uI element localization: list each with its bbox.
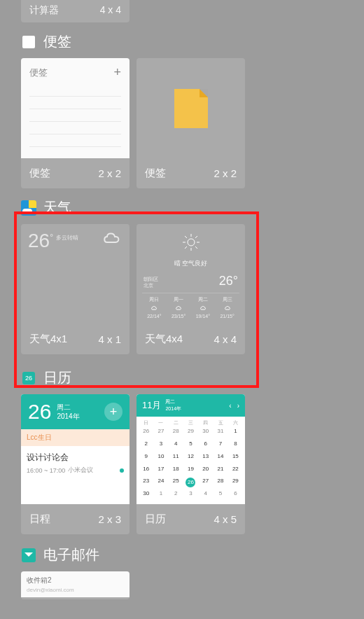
day-cell[interactable]: 21 (214, 466, 227, 477)
day-cell[interactable]: 8 (229, 440, 242, 452)
month-sub: 周二 2014年 (165, 398, 181, 412)
day-cell[interactable]: 25 (169, 478, 183, 489)
day-cell[interactable]: 30 (139, 490, 153, 501)
prev-month-day: 26 (139, 428, 153, 439)
day-cell[interactable]: 23 (139, 478, 153, 489)
weather-location1: 朝阳区 (144, 276, 158, 282)
weather-description: 晴 空气良好 (142, 259, 239, 268)
degree-symbol: ° (50, 232, 53, 319)
add-event-button[interactable]: + (104, 403, 122, 421)
day-cell[interactable]: 14 (214, 453, 227, 464)
plus-icon: + (113, 65, 121, 80)
day-cell[interactable]: 4 (169, 440, 183, 452)
widget-size: 4 x 5 (214, 513, 237, 525)
weather-app-icon (21, 200, 36, 216)
day-cell[interactable]: 26 (184, 478, 197, 489)
next-month-icon[interactable]: › (237, 402, 239, 410)
notes-preview-title: 便签 (29, 67, 48, 79)
day-cell[interactable]: 22 (229, 466, 242, 477)
forecast-day: 周三21/15° (215, 296, 239, 319)
day-cell[interactable]: 6 (199, 440, 212, 452)
weather-temp: 26 (28, 230, 50, 319)
widget-card-notes-2x2-sticky[interactable]: 便签 2 x 2 (136, 58, 245, 188)
day-cell[interactable]: 5 (184, 440, 197, 452)
month-label: 11月 (142, 399, 161, 412)
forecast-day: 周日22/14° (142, 296, 167, 319)
month-preview: 11月 周二 2014年 ‹ › 日一二三四五六2627282930311234… (136, 394, 245, 504)
event-time: 16:00 ~ 17:00 (27, 467, 65, 474)
next-month-day: 6 (229, 490, 242, 501)
schedule-preview: 26 周二 2014年 + Lcc生日 设计讨论会 16:00 ~ 17:00 … (21, 394, 130, 504)
day-cell[interactable]: 10 (154, 453, 167, 464)
weather-condition: 多云转晴 (56, 234, 78, 319)
day-cell[interactable]: 29 (229, 478, 242, 489)
section-notes: 便签 便签 + 便签 2 x 2 (0, 32, 364, 188)
sticky-note-icon (174, 89, 208, 128)
event-location: 小米会议 (68, 466, 93, 475)
weekday-header: 日 (139, 419, 153, 426)
weather-location2: 北京 (144, 282, 158, 288)
section-weather: 天气 26 ° 多云转晴 天气4x1 4 x 1 (0, 198, 364, 354)
day-cell[interactable]: 16 (139, 466, 153, 477)
day-cell[interactable]: 20 (199, 466, 212, 477)
day-cell[interactable]: 12 (184, 453, 197, 464)
widget-card-schedule[interactable]: 26 周二 2014年 + Lcc生日 设计讨论会 16:00 ~ 17:00 … (21, 394, 130, 534)
weather-4x4-preview: 晴 空气良好 朝阳区 北京 26° 周日22/14°周一23/15°周二19/1… (136, 224, 245, 324)
widget-card-weather-4x1[interactable]: 26 ° 多云转晴 天气4x1 4 x 1 (21, 224, 130, 354)
next-month-day: 1 (154, 490, 167, 501)
weather-bigtemp: 26° (219, 274, 238, 288)
day-cell[interactable]: 1 (229, 428, 242, 439)
calendar-app-icon: 26 (21, 370, 36, 386)
inbox-label: 收件箱2 (27, 576, 124, 585)
birthday-label: Lcc生日 (21, 429, 130, 446)
widget-name: 便签 (145, 167, 166, 180)
day-cell[interactable]: 11 (169, 453, 183, 464)
day-cell[interactable]: 3 (154, 440, 167, 452)
day-cell[interactable]: 13 (199, 453, 212, 464)
widget-card-month-calendar[interactable]: 11月 周二 2014年 ‹ › 日一二三四五六2627282930311234… (136, 394, 245, 534)
prev-month-day: 29 (184, 428, 197, 439)
prev-month-day: 31 (214, 428, 227, 439)
widget-card-email-partial[interactable]: 收件箱2 devin@xiaomi.com (21, 571, 130, 599)
section-title: 电子邮件 (43, 545, 99, 564)
svg-line-7 (195, 236, 197, 238)
day-cell[interactable]: 17 (154, 466, 167, 477)
day-cell[interactable]: 18 (169, 466, 183, 477)
next-month-day: 2 (169, 490, 183, 501)
email-from: devin@xiaomi.com (27, 587, 124, 593)
schedule-year: 2014年 (57, 412, 79, 421)
prev-month-icon[interactable]: ‹ (229, 402, 231, 410)
section-calendar: 26 日历 26 周二 2014年 + Lcc生日 设计讨论会 (0, 368, 364, 534)
next-month-day: 3 (184, 490, 197, 501)
section-title: 日历 (43, 368, 71, 387)
cloud-icon (102, 230, 122, 319)
widget-size: 4 x 4 (100, 4, 121, 18)
day-cell[interactable]: 28 (214, 478, 227, 489)
svg-line-5 (185, 236, 187, 238)
day-cell[interactable]: 7 (214, 440, 227, 452)
widget-size: 4 x 4 (214, 333, 237, 345)
day-cell[interactable]: 19 (184, 466, 197, 477)
svg-point-0 (188, 239, 195, 246)
schedule-day: 26 (28, 400, 51, 424)
widget-size: 2 x 3 (98, 513, 121, 525)
day-cell[interactable]: 24 (154, 478, 167, 489)
weekday-header: 六 (229, 419, 242, 426)
day-cell[interactable]: 15 (229, 453, 242, 464)
widget-size: 4 x 1 (98, 333, 121, 345)
sun-icon (142, 230, 239, 256)
widget-card-calculator-partial[interactable]: 计算器 4 x 4 (21, 0, 130, 22)
prev-month-day: 30 (199, 428, 212, 439)
weekday-header: 三 (184, 419, 197, 426)
weather-4x1-preview: 26 ° 多云转晴 (21, 224, 130, 324)
widget-card-weather-4x4[interactable]: 晴 空气良好 朝阳区 北京 26° 周日22/14°周一23/15°周二19/1… (136, 224, 245, 354)
widget-name: 天气4x4 (145, 333, 183, 346)
day-cell[interactable]: 27 (199, 478, 212, 489)
day-cell[interactable]: 9 (139, 453, 153, 464)
forecast-day: 周一23/15° (167, 296, 191, 319)
day-cell[interactable]: 2 (139, 440, 153, 452)
notes-preview: 便签 + (21, 58, 130, 158)
prev-month-day: 28 (169, 428, 183, 439)
widget-card-notes-2x2-list[interactable]: 便签 + 便签 2 x 2 (21, 58, 130, 188)
weekday-header: 二 (169, 419, 183, 426)
